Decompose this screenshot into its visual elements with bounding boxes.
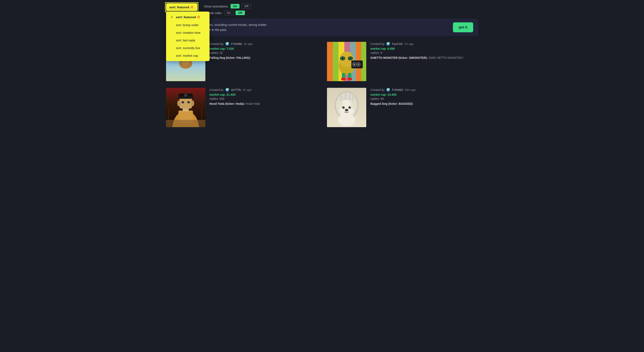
creator-label-4: Created by <box>370 88 384 92</box>
coin-meta-bagged-dog: Created by 🌍 FVhM66 54m ago <box>370 88 478 92</box>
animations-row: Show animations: On Off <box>204 4 251 9</box>
svg-point-55 <box>350 101 356 109</box>
svg-point-60 <box>345 109 348 111</box>
svg-point-31 <box>354 64 355 65</box>
replies-3: replies: 594 <box>210 97 317 100</box>
coin-title-2: GHETTO MONSTER (ticker: GMONSTER): ZARK … <box>370 56 478 59</box>
creator-label-1: Created by <box>210 42 224 46</box>
svg-point-54 <box>337 101 343 109</box>
coin-card-bagged-dog[interactable]: Created by 🌍 FVhM66 54m ago market cap: … <box>327 88 478 127</box>
top-controls: sort: featured 🔥 ✓ sort: featured 🔥 sort… <box>166 3 478 15</box>
sort-button[interactable]: sort: featured 🔥 <box>166 3 198 11</box>
coins-grid: Created by 🌍 FVhM66 1h ago market cap: 7… <box>166 42 478 127</box>
svg-point-56 <box>342 106 345 109</box>
time-ago-2: 7m ago <box>404 42 414 46</box>
svg-rect-44 <box>166 120 205 127</box>
creator-label-3: Created by <box>210 88 224 92</box>
svg-rect-39 <box>184 94 187 96</box>
svg-point-57 <box>348 106 351 109</box>
sort-option-market-cap[interactable]: sort: market cap <box>166 52 209 59</box>
coin-meta-ghetto-monster: Created by 🌍 FyoCAd 7m ago <box>370 42 478 46</box>
coin-title-4: Bagged Dog (ticker: BAGGED): <box>370 102 478 105</box>
sort-option-last-reply[interactable]: sort: last reply <box>166 37 209 44</box>
market-cap-3: market cap: 21.42K <box>210 93 317 96</box>
coin-title-3: Hood Yoda (ticker: Hoda): Hood Yoda <box>210 102 317 105</box>
replies-1: replies: 32 <box>210 51 317 55</box>
checkmark-icon: ✓ <box>170 16 174 19</box>
market-cap-4: market cap: 14.42K <box>370 93 478 96</box>
coin-meta-falling-dog: Created by 🌍 FVhM66 1h ago <box>210 42 317 46</box>
svg-point-43 <box>191 100 194 106</box>
globe-icon-1: 🌍 <box>225 42 229 46</box>
coin-card-ghetto-monster[interactable]: Created by 🌍 FyoCAd 7m ago market cap: 6… <box>327 42 478 81</box>
sort-option-featured[interactable]: ✓ sort: featured 🔥 <box>166 13 209 21</box>
globe-icon-4: 🌍 <box>386 88 390 92</box>
creator-name-2[interactable]: FyoCAd <box>392 42 402 46</box>
coin-card-hood-yoda[interactable]: Created by 🌍 4mTYfn 2h ago market cap: 2… <box>166 88 317 127</box>
market-cap-1: market cap: 7.01K <box>210 47 317 50</box>
svg-point-26 <box>341 78 346 81</box>
replies-4: replies: 88 <box>370 97 478 100</box>
coin-info-hood-yoda: Created by 🌍 4mTYfn 2h ago market cap: 2… <box>210 88 317 105</box>
nsfw-row: Include nsfw: On Off <box>204 10 251 15</box>
creator-name-3[interactable]: 4mTYfn <box>231 88 241 92</box>
svg-rect-41 <box>187 101 190 103</box>
time-ago-4: 54m ago <box>404 88 416 92</box>
market-cap-2: market cap: 6.05K <box>370 47 478 50</box>
sort-option-bump-order[interactable]: sort: bump order <box>166 21 209 29</box>
info-banner: coins based on several factors, includin… <box>166 19 478 36</box>
svg-point-61 <box>338 114 355 126</box>
svg-rect-36 <box>180 97 192 108</box>
svg-rect-11 <box>327 42 333 81</box>
coin-info-bagged-dog: Created by 🌍 FVhM66 54m ago market cap: … <box>370 88 478 105</box>
got-it-button[interactable]: got it <box>453 22 473 32</box>
nsfw-on-button[interactable]: On <box>224 10 234 15</box>
globe-icon-3: 🌍 <box>225 88 229 92</box>
svg-point-32 <box>358 64 359 65</box>
sort-option-creation-time[interactable]: sort: creation time <box>166 29 209 37</box>
coin-info-ghetto-monster: Created by 🌍 FyoCAd 7m ago market cap: 6… <box>370 42 478 59</box>
nsfw-off-button[interactable]: Off <box>236 11 245 15</box>
animations-on-button[interactable]: On <box>230 4 240 9</box>
svg-point-22 <box>342 58 344 59</box>
sort-dropdown-wrapper: sort: featured 🔥 ✓ sort: featured 🔥 sort… <box>166 3 198 11</box>
svg-point-27 <box>347 78 352 81</box>
coin-image-hood-yoda <box>166 88 205 127</box>
animations-off-button[interactable]: Off <box>242 4 251 9</box>
creator-label-2: Created by <box>370 42 384 46</box>
coin-image-ghetto-monster <box>327 42 366 81</box>
coin-meta-hood-yoda: Created by 🌍 4mTYfn 2h ago <box>210 88 317 92</box>
time-ago-3: 2h ago <box>243 88 252 92</box>
sort-dropdown-menu: ✓ sort: featured 🔥 sort: bump order sort… <box>166 12 210 61</box>
svg-rect-45 <box>168 108 169 120</box>
svg-point-58 <box>344 107 344 107</box>
creator-name-1[interactable]: FVhM66 <box>231 42 242 46</box>
animations-label: Show animations: <box>204 5 228 8</box>
svg-point-59 <box>350 107 350 107</box>
replies-2: replies: 9 <box>370 51 478 55</box>
svg-rect-40 <box>182 101 184 103</box>
svg-point-42 <box>177 100 180 106</box>
animations-nsfw-controls: Show animations: On Off Include nsfw: On… <box>204 4 251 15</box>
svg-rect-12 <box>333 42 338 81</box>
globe-icon-2: 🌍 <box>386 42 390 46</box>
creator-name-4[interactable]: FVhM66 <box>392 88 403 92</box>
svg-point-23 <box>350 58 351 59</box>
coin-image-bagged-dog <box>327 88 366 127</box>
coin-info-falling-dog: Created by 🌍 FVhM66 1h ago market cap: 7… <box>210 42 317 59</box>
sort-option-currently-live[interactable]: sort: currently live <box>166 44 209 52</box>
page-container: sort: featured 🔥 ✓ sort: featured 🔥 sort… <box>161 0 483 130</box>
svg-rect-46 <box>201 106 202 120</box>
time-ago-1: 1h ago <box>244 42 252 46</box>
coin-title-1: Falling Dog (ticker: FALLING): <box>210 56 317 59</box>
